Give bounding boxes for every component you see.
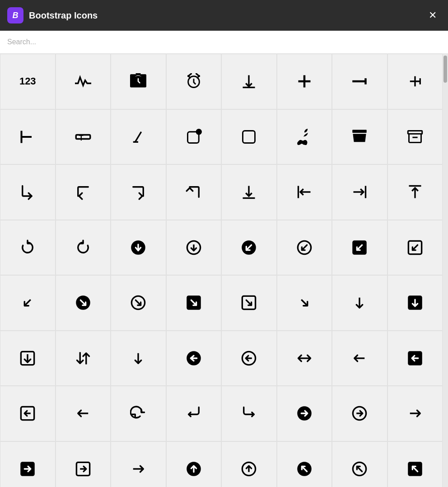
icon-123[interactable]: 123 — [0, 54, 56, 109]
icon-archive-fill[interactable] — [332, 109, 387, 165]
icon-arrow-left-circle-fill[interactable] — [166, 331, 222, 386]
icon-arrow-repeat[interactable] — [111, 386, 166, 441]
icon-arrow-right-square[interactable] — [56, 441, 111, 487]
icon-arrow-up-left-circle[interactable] — [332, 441, 387, 487]
icon-slash[interactable] — [111, 109, 166, 165]
svg-line-17 — [135, 132, 142, 142]
icon-arrow-down-right-circle-fill[interactable] — [56, 275, 111, 331]
svg-rect-21 — [243, 131, 255, 143]
svg-line-40 — [25, 300, 31, 306]
icon-arrow-down-right[interactable] — [277, 275, 332, 331]
icon-arrow-right-circle-fill[interactable] — [277, 386, 332, 441]
icon-alt[interactable]: T — [56, 109, 111, 165]
search-input[interactable] — [7, 36, 441, 48]
icon-arrow-left-circle[interactable] — [221, 331, 277, 386]
icon-arrow-left[interactable] — [332, 331, 387, 386]
scrollbar[interactable] — [443, 54, 448, 487]
svg-rect-22 — [353, 130, 367, 133]
icon-arrow-90deg-left[interactable] — [56, 164, 111, 220]
icon-arrow-clockwise[interactable] — [0, 220, 56, 276]
icon-arrow-down-left-square[interactable] — [387, 220, 443, 276]
svg-text:T: T — [79, 134, 84, 142]
icon-arrow-up-circle-fill[interactable] — [166, 441, 222, 487]
close-button[interactable]: ✕ — [425, 7, 441, 23]
icon-arrow-left-square[interactable] — [0, 386, 56, 441]
icon-align-start[interactable] — [0, 109, 56, 165]
icon-arrow-return-left[interactable] — [166, 386, 222, 441]
svg-line-45 — [301, 300, 308, 306]
icon-arrow-down-left-square-fill[interactable] — [332, 220, 387, 276]
icon-arrow-left-square-fill[interactable] — [387, 331, 443, 386]
svg-rect-23 — [408, 131, 422, 134]
search-bar — [0, 31, 448, 54]
icon-arrow-down-right-square-fill[interactable] — [166, 275, 222, 331]
icon-arrow-bar-down[interactable] — [221, 164, 277, 220]
icon-apple[interactable] — [277, 109, 332, 165]
icon-arrow-right[interactable] — [387, 386, 443, 441]
close-icon: ✕ — [429, 9, 437, 21]
icon-arrow-down[interactable] — [332, 275, 387, 331]
icon-archive[interactable] — [387, 109, 443, 165]
icon-arrow-down-square[interactable] — [0, 331, 56, 386]
icon-dash-lg[interactable] — [332, 54, 387, 109]
icon-alarm[interactable] — [166, 54, 222, 109]
icon-app-indicator[interactable] — [166, 109, 222, 165]
titlebar: B Bootstrap Icons ✕ — [0, 0, 448, 31]
icon-arrow-down-circle-fill[interactable] — [111, 220, 166, 276]
scrollbar-thumb[interactable] — [443, 56, 447, 83]
icon-arrow-right2[interactable] — [111, 441, 166, 487]
svg-point-20 — [196, 129, 202, 135]
icon-activity[interactable] — [56, 54, 111, 109]
icon-arrow-bar-up[interactable] — [387, 164, 443, 220]
icon-plus-lg[interactable] — [277, 54, 332, 109]
icon-arrow-return-right[interactable] — [221, 386, 277, 441]
icon-plus-square[interactable] — [387, 54, 443, 109]
icon-arrow-down-square-fill[interactable] — [387, 275, 443, 331]
icons-grid: 123 — [0, 54, 443, 487]
icon-arrow-bar-left[interactable] — [277, 164, 332, 220]
icon-arrow-down-right-square[interactable] — [221, 275, 277, 331]
icon-arrow-down-left-circle-fill[interactable] — [221, 220, 277, 276]
icon-arrow-90deg-up[interactable] — [166, 164, 222, 220]
icon-arrow-down-circle[interactable] — [166, 220, 222, 276]
icon-arrow-down2[interactable] — [111, 331, 166, 386]
icon-arrow-90deg-down[interactable] — [0, 164, 56, 220]
icon-arrow-up-left-circle-fill[interactable] — [277, 441, 332, 487]
titlebar-left: B Bootstrap Icons — [7, 7, 98, 23]
icon-arrow-90deg-right[interactable] — [111, 164, 166, 220]
icon-arrow-up-left-square-fill[interactable] — [387, 441, 443, 487]
icon-arrow-bar-right[interactable] — [332, 164, 387, 220]
icon-arrow-left2[interactable] — [56, 386, 111, 441]
icon-arrow-right-square-fill[interactable] — [0, 441, 56, 487]
icon-arrow-counterclockwise[interactable] — [56, 220, 111, 276]
icon-app[interactable] — [221, 109, 277, 165]
icon-arrow-left-right[interactable] — [277, 331, 332, 386]
icon-arrow-down-up[interactable] — [56, 331, 111, 386]
app-title: Bootstrap Icons — [29, 10, 98, 21]
icon-arrow-down-left[interactable] — [0, 275, 56, 331]
icon-alarm-fill[interactable] — [111, 54, 166, 109]
icon-arrow-right-circle[interactable] — [332, 386, 387, 441]
icon-arrow-up-circle[interactable] — [221, 441, 277, 487]
app-logo: B — [7, 7, 23, 23]
icon-align-bottom[interactable] — [221, 54, 277, 109]
icon-arrow-down-left-circle[interactable] — [277, 220, 332, 276]
icon-arrow-down-right-circle[interactable] — [111, 275, 166, 331]
